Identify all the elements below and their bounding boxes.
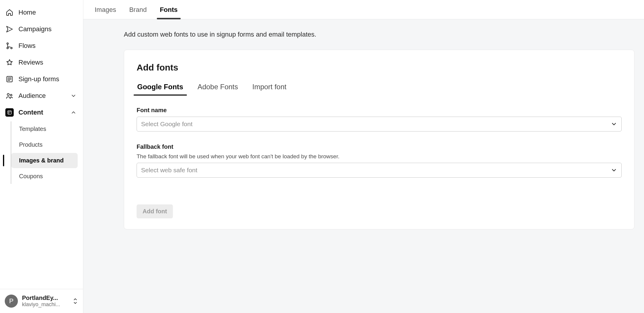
add-fonts-card: Add fonts Google Fonts Adobe Fonts Impor… bbox=[124, 50, 634, 229]
tab-adobe-fonts[interactable]: Adobe Fonts bbox=[197, 81, 239, 96]
chevron-down-icon bbox=[69, 92, 78, 100]
tab-label: Google Fonts bbox=[137, 83, 183, 91]
tab-google-fonts[interactable]: Google Fonts bbox=[137, 81, 184, 96]
subnav-label: Templates bbox=[19, 126, 46, 132]
nav-label: Content bbox=[18, 109, 43, 116]
subnav-images-brand[interactable]: Images & brand bbox=[11, 153, 78, 168]
nav-item-content[interactable]: Content bbox=[3, 104, 80, 121]
avatar-initial: P bbox=[9, 297, 14, 305]
account-name: PortlandEy... bbox=[22, 295, 68, 301]
account-sub: klaviyo_machi... bbox=[22, 301, 68, 308]
subnav-products[interactable]: Products bbox=[11, 137, 78, 152]
add-font-button[interactable]: Add font bbox=[137, 204, 173, 218]
avatar: P bbox=[5, 295, 18, 308]
nav-item-campaigns[interactable]: Campaigns bbox=[3, 21, 80, 37]
nav-label: Campaigns bbox=[18, 25, 51, 33]
sidebar: Home Campaigns Flows Reviews Sign-up for bbox=[0, 0, 83, 313]
svg-point-2 bbox=[11, 47, 12, 49]
fallback-label: Fallback font bbox=[137, 143, 622, 150]
fallback-help: The fallback font will be used when your… bbox=[137, 153, 622, 160]
content-area: Add custom web fonts to use in signup fo… bbox=[83, 19, 644, 313]
home-icon bbox=[5, 8, 14, 17]
tab-import-font[interactable]: Import font bbox=[252, 81, 287, 96]
page-tabs: Images Brand Fonts bbox=[83, 0, 644, 19]
subnav-label: Products bbox=[19, 141, 43, 148]
nav-list: Home Campaigns Flows Reviews Sign-up for bbox=[0, 0, 83, 184]
star-icon bbox=[5, 58, 14, 67]
button-label: Add font bbox=[143, 208, 167, 215]
main: Images Brand Fonts Add custom web fonts … bbox=[83, 0, 644, 313]
nav-label: Sign-up forms bbox=[18, 75, 59, 83]
select-placeholder: Select Google font bbox=[141, 120, 193, 128]
subnav-templates[interactable]: Templates bbox=[11, 121, 78, 137]
people-icon bbox=[5, 92, 14, 100]
nav-label: Audience bbox=[18, 92, 46, 100]
chevron-up-down-icon bbox=[72, 297, 78, 305]
nav-item-home[interactable]: Home bbox=[3, 4, 80, 21]
nav-item-flows[interactable]: Flows bbox=[3, 37, 80, 54]
svg-rect-6 bbox=[8, 111, 11, 114]
nav-label: Reviews bbox=[18, 59, 43, 66]
form-icon bbox=[5, 75, 14, 83]
chevron-down-icon bbox=[611, 167, 617, 173]
subnav-label: Images & brand bbox=[19, 157, 64, 164]
nav-item-reviews[interactable]: Reviews bbox=[3, 54, 80, 71]
tab-images[interactable]: Images bbox=[94, 4, 117, 19]
tab-label: Import font bbox=[252, 83, 287, 91]
nav-label: Home bbox=[18, 9, 36, 16]
tab-label: Fonts bbox=[160, 6, 178, 13]
content-icon bbox=[5, 108, 14, 117]
account-text: PortlandEy... klaviyo_machi... bbox=[22, 295, 68, 308]
tab-label: Adobe Fonts bbox=[198, 83, 238, 91]
card-title: Add fonts bbox=[137, 62, 622, 73]
tab-brand[interactable]: Brand bbox=[129, 4, 147, 19]
fallback-font-field: Fallback font The fallback font will be … bbox=[137, 143, 622, 178]
page-intro: Add custom web fonts to use in signup fo… bbox=[83, 31, 644, 50]
nav-item-audience[interactable]: Audience bbox=[3, 87, 80, 104]
paper-plane-icon bbox=[5, 25, 14, 33]
chevron-down-icon bbox=[611, 121, 617, 127]
nav-item-signup-forms[interactable]: Sign-up forms bbox=[3, 71, 80, 87]
select-placeholder: Select web safe font bbox=[141, 167, 197, 174]
tab-fonts[interactable]: Fonts bbox=[159, 4, 178, 19]
flows-icon bbox=[5, 42, 14, 50]
subnav-label: Coupons bbox=[19, 173, 43, 179]
chevron-up-icon bbox=[69, 108, 78, 117]
svg-point-5 bbox=[10, 94, 12, 96]
font-name-label: Font name bbox=[137, 107, 622, 114]
tab-label: Brand bbox=[129, 6, 147, 13]
subnav-coupons[interactable]: Coupons bbox=[11, 169, 78, 184]
font-source-tabs: Google Fonts Adobe Fonts Import font bbox=[137, 81, 622, 96]
svg-point-1 bbox=[7, 47, 8, 49]
tab-label: Images bbox=[95, 6, 116, 13]
account-switcher[interactable]: P PortlandEy... klaviyo_machi... bbox=[0, 289, 83, 313]
font-name-field: Font name Select Google font bbox=[137, 107, 622, 132]
svg-point-0 bbox=[7, 43, 8, 44]
font-name-select[interactable]: Select Google font bbox=[137, 117, 622, 132]
fallback-select[interactable]: Select web safe font bbox=[137, 163, 622, 178]
svg-point-4 bbox=[7, 93, 9, 96]
nav-label: Flows bbox=[18, 42, 35, 50]
content-subnav: Templates Products Images & brand Coupon… bbox=[11, 121, 80, 184]
